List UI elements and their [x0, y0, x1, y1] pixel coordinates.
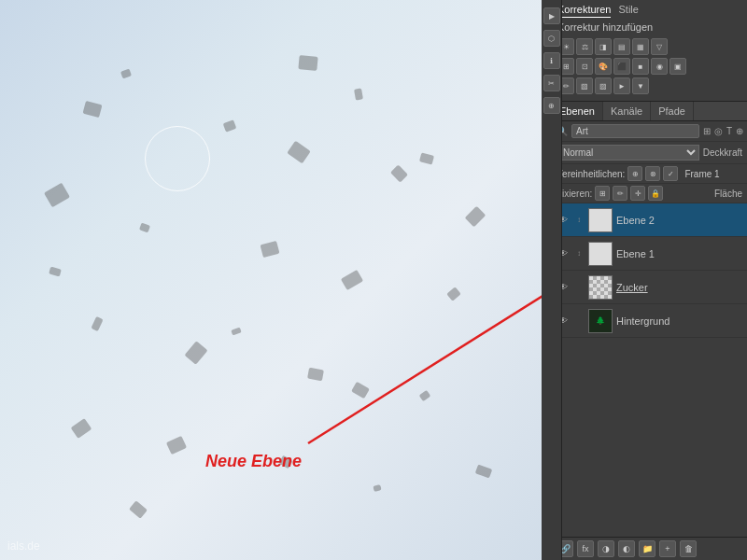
circle-selection: [145, 126, 210, 191]
tab-stile[interactable]: Stile: [618, 4, 638, 18]
layer-link-zucker: [573, 282, 585, 293]
tab-paths[interactable]: Pfade: [651, 102, 694, 120]
lock-btn-brush[interactable]: ✏: [613, 186, 627, 201]
annotation-text: Neue Ebene: [205, 452, 302, 471]
blend-row: Normal Multiplizieren Abblenden Deckkraf…: [552, 142, 747, 164]
layer-item-ebene1[interactable]: 👁 ↕ Ebene 1: [552, 237, 747, 271]
corr-btn-down[interactable]: ▼: [632, 77, 649, 94]
corrections-panel: Korrekturen Stile Korrektur hinzufügen ☀…: [552, 0, 747, 102]
layer-link-ebene2: ↕: [573, 215, 585, 226]
corr-btn-gradient[interactable]: ▧: [576, 77, 593, 94]
corr-btn-photo[interactable]: 🎨: [595, 58, 612, 75]
tool-move[interactable]: ▶: [543, 7, 560, 24]
annotation-arrow: [0, 0, 551, 560]
layer-thumb-zucker: [588, 275, 613, 300]
corr-btn-exposure[interactable]: ▤: [613, 38, 630, 55]
layer-adj-btn[interactable]: ◐: [618, 540, 635, 557]
layer-link-hintergrund: [573, 315, 585, 327]
layer-fx-btn[interactable]: fx: [577, 540, 594, 557]
tool-strip: ▶ ⬡ ℹ ✂ ⊕: [542, 0, 562, 560]
merge-row: Vereinheitlichen: ⊕ ⊗ ✓ Frame 1: [552, 164, 747, 184]
corrections-tabs: Korrekturen Stile: [557, 4, 741, 18]
flaeche-label: Fläche: [714, 189, 742, 199]
layer-item-hintergrund[interactable]: 👁 🌲 Hintergrund: [552, 304, 747, 338]
layer-name-ebene2: Ebene 2: [616, 215, 742, 226]
corr-btn-hsl[interactable]: ▽: [651, 38, 668, 55]
watermark-text: ials.de: [7, 539, 40, 553]
layer-new-btn[interactable]: +: [659, 540, 676, 557]
corrections-icon-row3: ✏ ▧ ▨ ► ▼: [557, 77, 741, 94]
corr-btn-bw[interactable]: ⊡: [576, 58, 593, 75]
corr-btn-curves[interactable]: ◨: [595, 38, 612, 55]
lock-row: Fixieren: ⊞ ✏ ✛ 🔒 Fläche: [552, 184, 747, 203]
layer-thumb-ebene2: [588, 208, 613, 232]
merge-btn-1[interactable]: ⊕: [627, 166, 642, 181]
layer-thumb-hintergrund: 🌲: [588, 309, 613, 333]
tool-info[interactable]: ℹ: [543, 52, 560, 69]
corrections-title: Korrektur hinzufügen: [557, 21, 741, 33]
tool-shape[interactable]: ⬡: [543, 30, 560, 47]
corr-btn-play[interactable]: ►: [613, 77, 630, 94]
tab-channels[interactable]: Kanäle: [603, 102, 651, 120]
frame-label: Frame 1: [684, 169, 719, 179]
layer-thumb-ebene1: [588, 242, 613, 266]
layers-search-input[interactable]: [571, 124, 699, 138]
corr-btn-vibrance[interactable]: ▦: [632, 38, 649, 55]
layer-lock-icon: ⊞: [703, 126, 711, 136]
layer-name-hintergrund: Hintergrund: [616, 315, 742, 327]
layer-folder-btn[interactable]: 📁: [639, 540, 655, 557]
opacity-label: Deckkraft: [703, 147, 742, 158]
layer-more-icon: ⊕: [736, 126, 743, 136]
canvas-content: Neue Ebene ials.de: [0, 0, 551, 560]
corr-btn-channelmix[interactable]: ⬛: [613, 58, 630, 75]
layer-link-ebene1: ↕: [573, 248, 585, 259]
svg-line-1: [308, 261, 551, 443]
layers-search-row: 🔍 ⊞ ◎ T ⊕: [552, 121, 747, 142]
corrections-icon-row1: ☀ ⚖ ◨ ▤ ▦ ▽: [557, 38, 741, 55]
merge-label: Vereinheitlichen:: [557, 169, 625, 179]
right-panel: Korrekturen Stile Korrektur hinzufügen ☀…: [551, 0, 747, 560]
blend-mode-select[interactable]: Normal Multiplizieren Abblenden: [557, 145, 699, 161]
layers-bottom: 🔗 fx ◑ ◐ 📁 + 🗑: [552, 537, 747, 560]
tab-korrekturen[interactable]: Korrekturen: [557, 4, 611, 18]
layer-item-zucker[interactable]: 👁 Zucker: [552, 271, 747, 304]
corr-btn-colorlookup[interactable]: ■: [632, 58, 649, 75]
layer-mask-btn[interactable]: ◑: [598, 540, 614, 557]
lock-btn-lock[interactable]: 🔒: [648, 186, 663, 201]
merge-btn-2[interactable]: ⊗: [645, 166, 660, 181]
tool-cut[interactable]: ✂: [543, 75, 560, 91]
layer-name-ebene1: Ebene 1: [616, 248, 742, 259]
lock-btn-move[interactable]: ✛: [630, 186, 645, 201]
corr-btn-pattern[interactable]: ▨: [595, 77, 612, 94]
layer-name-zucker: Zucker: [616, 282, 742, 293]
layer-delete-btn[interactable]: 🗑: [680, 540, 697, 557]
tool-add[interactable]: ⊕: [543, 97, 560, 114]
layers-panel: Ebenen Kanäle Pfade 🔍 ⊞ ◎ T ⊕ Normal Mul…: [552, 102, 747, 560]
canvas-area: Neue Ebene ials.de: [0, 0, 551, 560]
corr-btn-invert[interactable]: ◉: [651, 58, 668, 75]
layer-eye-icon: ◎: [714, 126, 723, 136]
corrections-icon-row2: ⊞ ⊡ 🎨 ⬛ ■ ◉ ▣: [557, 58, 741, 75]
layer-item-ebene2[interactable]: 👁 ↕ Ebene 2: [552, 203, 747, 237]
layer-text-icon: T: [726, 126, 732, 136]
corr-btn-posterize[interactable]: ▣: [669, 58, 686, 75]
merge-btn-3[interactable]: ✓: [663, 166, 678, 181]
layers-tabs: Ebenen Kanäle Pfade: [552, 102, 747, 121]
lock-btn-grid[interactable]: ⊞: [595, 186, 610, 201]
corr-btn-levels[interactable]: ⚖: [576, 38, 593, 55]
